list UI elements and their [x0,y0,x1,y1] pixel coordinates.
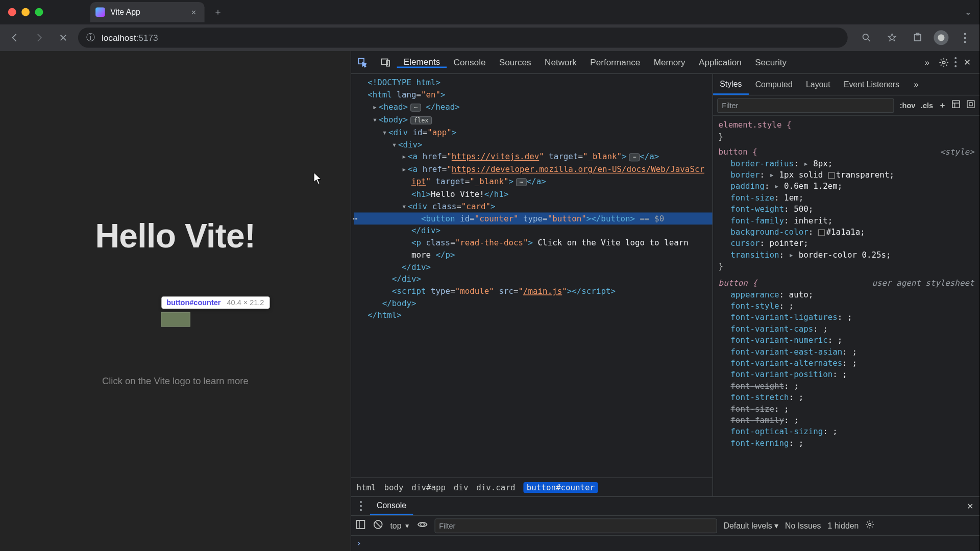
tab-strip: Vite App ✕ ＋ ⌄ [0,0,979,24]
crumb-html[interactable]: html [357,483,376,492]
styles-rules[interactable]: element.style { } button {<style> border… [713,116,979,496]
menu-button[interactable] [955,28,974,47]
breadcrumb: html body div#app div div.card button#co… [351,478,713,496]
new-tab-button[interactable]: ＋ [210,4,226,20]
svg-rect-1 [915,35,921,41]
cls-toggle[interactable]: .cls [921,101,933,109]
toggle-sidebar-icon[interactable] [355,519,366,532]
clear-console-button[interactable] [373,519,383,532]
element-tooltip: button#counter 40.4 × 21.2 [161,296,270,309]
console-context-select[interactable]: top ▼ [390,521,410,530]
svg-rect-8 [967,101,974,108]
profile-avatar[interactable] [934,30,948,45]
dom-tree[interactable]: <!DOCTYPE html> <html lang="en"> ▸<head>… [351,74,713,478]
svg-point-6 [943,61,945,63]
more-tabs-button[interactable]: » [917,57,937,67]
drawer-menu-button[interactable] [351,501,370,511]
drawer-tab-console[interactable]: Console [370,497,413,515]
reload-button[interactable] [54,28,72,47]
browser-window: Vite App ✕ ＋ ⌄ ⓘ localhost:5173 Hello Vi… [0,0,979,551]
styles-tab-events[interactable]: Event Listeners [837,74,906,95]
styles-toggle-icon[interactable] [966,99,975,111]
svg-rect-2 [916,33,919,35]
styles-panel: Styles Computed Layout Event Listeners »… [713,74,979,496]
browser-tab[interactable]: Vite App ✕ [90,2,205,22]
selected-dom-node[interactable]: <button id="counter" type="button"></but… [354,212,712,224]
back-button[interactable] [6,28,24,47]
tab-elements[interactable]: Elements [397,57,447,68]
console-hidden[interactable]: 1 hidden [828,521,859,530]
device-toolbar-icon[interactable] [374,51,397,74]
tooltip-selector: button#counter [166,298,220,307]
inspect-element-icon[interactable] [351,51,374,74]
devtools-tabbar: Elements Console Sources Network Perform… [351,51,979,74]
crumb-divcard[interactable]: div.card [476,483,515,492]
devtools-panel: Elements Console Sources Network Perform… [351,51,979,551]
site-info-icon[interactable]: ⓘ [86,32,95,44]
bookmark-icon[interactable] [883,28,901,47]
extensions-icon[interactable] [908,28,927,47]
zoom-icon[interactable] [857,28,876,47]
styles-more-button[interactable]: » [906,80,926,89]
tab-title: Vite App [110,7,140,16]
url-text: localhost:5173 [102,33,158,43]
svg-point-13 [869,523,871,526]
styles-tab-computed[interactable]: Computed [749,74,799,95]
rendered-page: Hello Vite! button#counter 40.4 × 21.2 C… [0,51,351,551]
close-devtools-button[interactable]: ✕ [961,56,974,69]
toolbar: ⓘ localhost:5173 [0,24,979,51]
close-window-button[interactable] [8,8,16,16]
minimize-window-button[interactable] [21,8,30,16]
tab-overflow-button[interactable]: ⌄ [965,7,975,16]
console-levels-select[interactable]: Default levels ▾ [724,521,778,530]
tab-security[interactable]: Security [748,57,793,68]
svg-rect-9 [969,103,972,106]
crumb-button[interactable]: button#counter [523,482,598,492]
console-settings-icon[interactable] [865,520,874,531]
counter-button-highlight[interactable]: button#counter 40.4 × 21.2 [160,312,190,327]
elements-panel: <!DOCTYPE html> <html lang="en"> ▸<head>… [351,74,713,496]
tab-application[interactable]: Application [692,57,748,68]
read-the-docs-text: Click on the Vite logo to learn more [102,375,249,386]
tab-performance[interactable]: Performance [583,57,647,68]
svg-point-0 [863,34,869,40]
tab-sources[interactable]: Sources [493,57,538,68]
new-style-rule-button[interactable]: ＋ [939,100,946,110]
forward-button[interactable] [30,28,48,47]
hov-toggle[interactable]: :hov [900,101,916,109]
close-drawer-button[interactable]: ✕ [966,499,979,513]
styles-tab-layout[interactable]: Layout [799,74,837,95]
console-drawer: Console ✕ top ▼ Filter Default levels ▾ … [351,496,979,551]
page-heading: Hello Vite! [95,216,255,255]
console-prompt-icon: › [357,539,362,548]
styles-layout-icon[interactable] [951,99,961,111]
tab-console[interactable]: Console [447,57,492,68]
content-area: Hello Vite! button#counter 40.4 × 21.2 C… [0,51,979,551]
tab-memory[interactable]: Memory [647,57,692,68]
console-filter-input[interactable]: Filter [434,518,717,533]
close-tab-button[interactable]: ✕ [188,7,199,17]
tab-network[interactable]: Network [538,57,583,68]
console-input-area[interactable]: › [351,536,979,551]
svg-rect-10 [357,520,365,529]
window-controls [4,8,43,16]
tooltip-dimensions: 40.4 × 21.2 [227,298,264,307]
styles-tab-styles[interactable]: Styles [713,74,748,95]
crumb-body[interactable]: body [384,483,403,492]
svg-point-12 [421,523,424,527]
address-bar[interactable]: ⓘ localhost:5173 [78,28,848,48]
devtools-menu-button[interactable] [954,57,957,67]
crumb-divapp[interactable]: div#app [411,483,446,492]
svg-rect-7 [952,101,960,108]
devtools-settings-icon[interactable] [937,56,950,69]
vite-favicon-icon [95,7,105,16]
element-style-rule: element.style { [719,120,974,131]
console-issues[interactable]: No Issues [785,521,821,530]
crumb-div[interactable]: div [454,483,469,492]
styles-filter-input[interactable]: Filter [717,98,894,113]
maximize-window-button[interactable] [35,8,43,16]
live-expression-icon[interactable] [417,519,428,532]
